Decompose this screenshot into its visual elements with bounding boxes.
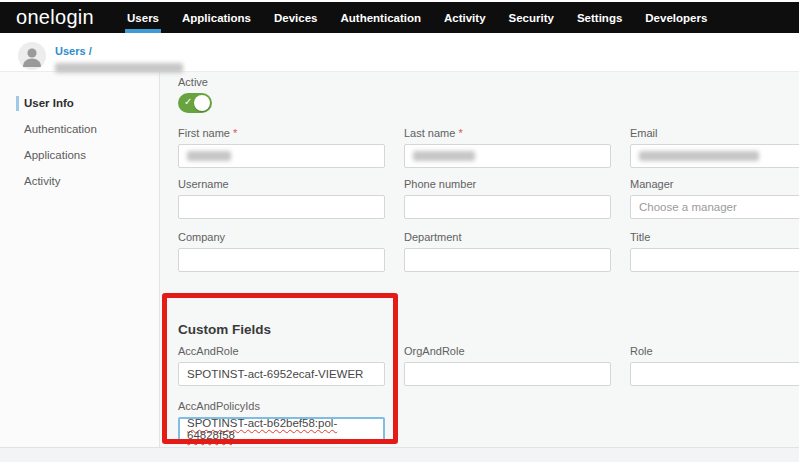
active-toggle[interactable]: ✓	[178, 93, 212, 113]
toggle-knob	[194, 95, 210, 111]
toggle-check-icon: ✓	[184, 96, 192, 107]
form-row-1: First name* Last name* Email	[178, 127, 799, 168]
title-field[interactable]	[630, 248, 799, 272]
nav-item-users[interactable]: Users	[127, 2, 159, 33]
sidebar: User Info Authentication Applications Ac…	[0, 72, 160, 447]
custom-fields-row: AccAndRole SPOTINST-act-6952ecaf-VIEWER …	[178, 345, 799, 386]
phone-number-field[interactable]	[404, 195, 611, 219]
person-icon	[18, 42, 46, 70]
organdrole-field[interactable]	[404, 362, 611, 386]
nav-item-activity[interactable]: Activity	[444, 2, 486, 33]
role-label: Role	[630, 345, 799, 357]
top-nav: onelogin Users Applications Devices Auth…	[0, 2, 799, 33]
manager-field[interactable]: Choose a manager	[630, 195, 799, 219]
manager-label: Manager	[630, 178, 799, 190]
sidebar-item-activity[interactable]: Activity	[0, 168, 159, 194]
username-label: Username	[178, 178, 385, 190]
accandpolicyids-label: AccAndPolicyIds	[178, 400, 385, 412]
nav-item-developers[interactable]: Developers	[645, 2, 707, 33]
onelogin-logo[interactable]: onelogin	[16, 6, 94, 29]
username-field[interactable]	[178, 195, 385, 219]
department-label: Department	[404, 231, 611, 243]
onelogin-user-detail-page: onelogin Users Applications Devices Auth…	[0, 0, 799, 462]
accandpolicyids-value: SPOTINST-act-b62bef58:pol-64828f58	[187, 417, 376, 441]
first-name-label: First name*	[178, 127, 385, 139]
active-label: Active	[178, 76, 799, 88]
breadcrumb-header: Users /	[0, 33, 799, 72]
page-body: User Info Authentication Applications Ac…	[0, 72, 799, 448]
nav-item-applications[interactable]: Applications	[182, 2, 251, 33]
avatar	[18, 42, 46, 70]
email-label: Email	[630, 127, 799, 139]
accandrole-label: AccAndRole	[178, 345, 385, 357]
breadcrumb[interactable]: Users /	[55, 45, 92, 57]
accandpolicyids-field[interactable]: SPOTINST-act-b62bef58:pol-64828f58	[178, 417, 385, 441]
accandrole-field[interactable]: SPOTINST-act-6952ecaf-VIEWER	[178, 362, 385, 386]
email-field[interactable]	[630, 144, 799, 168]
sidebar-item-user-info[interactable]: User Info	[0, 90, 159, 116]
policy-field-group: AccAndPolicyIds SPOTINST-act-b62bef58:po…	[178, 400, 385, 441]
required-asterisk: *	[458, 127, 462, 139]
company-field[interactable]	[178, 248, 385, 272]
department-field[interactable]	[404, 248, 611, 272]
role-field[interactable]	[630, 362, 799, 386]
form-row-3: Company Department Title	[178, 231, 799, 272]
required-asterisk: *	[233, 127, 237, 139]
first-name-field[interactable]	[178, 144, 385, 168]
first-name-redacted-value	[187, 151, 231, 161]
last-name-field[interactable]	[404, 144, 611, 168]
last-name-redacted-value	[413, 151, 475, 161]
company-label: Company	[178, 231, 385, 243]
nav-item-security[interactable]: Security	[509, 2, 554, 33]
user-name-redacted	[55, 63, 183, 73]
manager-placeholder: Choose a manager	[639, 201, 737, 213]
sidebar-item-authentication[interactable]: Authentication	[0, 116, 159, 142]
nav-items: Users Applications Devices Authenticatio…	[127, 2, 730, 33]
title-label: Title	[630, 231, 799, 243]
nav-item-devices[interactable]: Devices	[274, 2, 317, 33]
sidebar-item-applications[interactable]: Applications	[0, 142, 159, 168]
footer-strip	[0, 448, 799, 462]
user-info-form: Active ✓ First name* Last name* Email	[160, 72, 799, 447]
last-name-label: Last name*	[404, 127, 611, 139]
email-redacted-value	[639, 151, 759, 161]
phone-number-label: Phone number	[404, 178, 611, 190]
accandrole-value: SPOTINST-act-6952ecaf-VIEWER	[187, 368, 363, 380]
organdrole-label: OrgAndRole	[404, 345, 611, 357]
nav-item-authentication[interactable]: Authentication	[341, 2, 422, 33]
custom-fields-heading: Custom Fields	[178, 322, 799, 337]
form-row-2: Username Phone number Manager Choose a m…	[178, 178, 799, 219]
nav-item-settings[interactable]: Settings	[577, 2, 622, 33]
breadcrumb-block: Users /	[55, 39, 183, 71]
